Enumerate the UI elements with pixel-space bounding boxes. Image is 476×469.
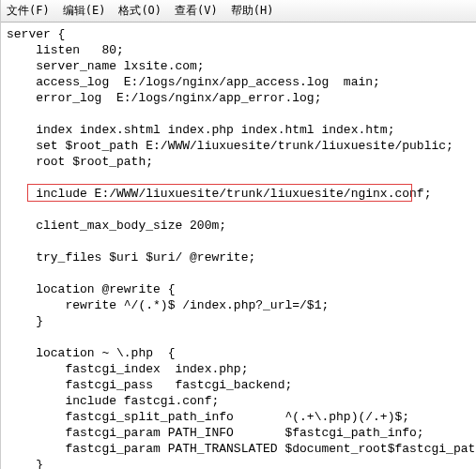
code-line: client_max_body_size 200m; [7,218,476,234]
code-line [7,106,476,122]
code-line: } [7,457,476,469]
code-line: try_files $uri $uri/ @rewrite; [7,250,476,265]
code-line: index index.shtml index.php index.html i… [7,122,476,138]
code-line: access_log E:/logs/nginx/app_access.log … [7,74,476,90]
code-line [7,202,476,218]
code-line [7,329,476,345]
code-line: set $root_path E:/WWW/liuxuesite/trunk/l… [7,138,476,154]
code-line: fastcgi_index index.php; [7,361,476,377]
code-line: root $root_path; [7,154,476,170]
code-line [7,170,476,186]
code-line: listen 80; [7,42,476,58]
code-line: fastcgi_pass fastcgi_backend; [7,377,476,393]
menu-view[interactable]: 查看(V) [175,3,218,19]
menubar: 文件(F) 编辑(E) 格式(O) 查看(V) 帮助(H) [1,0,476,23]
code-line: include E:/WWW/liuxuesite/trunk/liuxuesi… [7,186,476,202]
code-line [7,265,476,281]
code-line: error_log E:/logs/nginx/app_error.log; [7,90,476,106]
code-line: server_name lxsite.com; [7,58,476,74]
menu-file[interactable]: 文件(F) [7,3,50,19]
code-line: rewrite ^/(.*)$ /index.php?_url=/$1; [7,297,476,313]
code-line: } [7,313,476,329]
editor-area[interactable]: server { listen 80; server_name lxsite.c… [1,23,476,469]
menu-edit[interactable]: 编辑(E) [63,3,106,19]
menu-format[interactable]: 格式(O) [118,3,161,19]
code-line: fastcgi_split_path_info ^(.+\.php)(/.+)$… [7,409,476,425]
code-line: fastcgi_param PATH_TRANSLATED $document_… [7,441,476,457]
code-line: fastcgi_param PATH_INFO $fastcgi_path_in… [7,425,476,441]
code-line: location @rewrite { [7,281,476,297]
code-line: include fastcgi.conf; [7,393,476,409]
code-line: location ~ \.php { [7,345,476,361]
code-line [7,234,476,250]
menu-help[interactable]: 帮助(H) [231,3,274,19]
code-line: server { [7,26,476,42]
